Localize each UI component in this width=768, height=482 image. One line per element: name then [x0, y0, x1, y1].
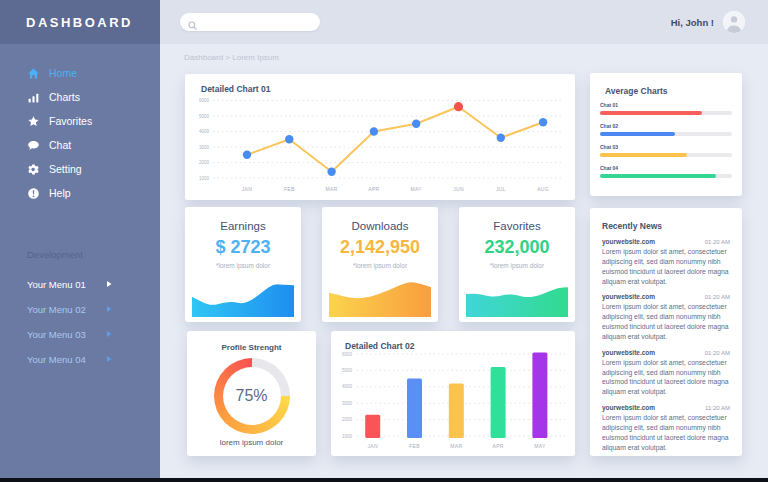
progress-fill	[600, 174, 716, 178]
donut-hole: 75%	[223, 367, 281, 425]
line-chart: 600050004000300020001000JANFEBMARAPRMAYJ…	[185, 74, 575, 200]
donut-chart: 75%	[214, 358, 290, 434]
svg-text:APR: APR	[493, 443, 504, 449]
svg-text:5000: 5000	[342, 368, 353, 373]
stat-card-earnings: Earnings$ 2723*lorem ipsum dolor	[185, 207, 301, 322]
search-box[interactable]	[180, 13, 320, 31]
progress-track	[600, 132, 732, 136]
progress-fill	[600, 111, 702, 115]
stat-note: *lorem ipsum dolor	[459, 262, 575, 269]
news-source: yourwebsite.com	[602, 404, 655, 411]
user-greeting: Hi, John !	[671, 17, 714, 28]
average-charts-title: Average Charts	[605, 86, 668, 96]
arrow-right-icon	[105, 330, 113, 338]
stat-note: *lorem ipsum dolor	[185, 262, 301, 269]
svg-text:1000: 1000	[342, 434, 353, 439]
star-icon	[27, 115, 40, 128]
recently-news-title: Recently News	[602, 221, 662, 231]
news-source: yourwebsite.com	[602, 349, 655, 356]
sidebar-item-favorites[interactable]: Favorites	[0, 109, 160, 133]
sidebar-dev-item-1[interactable]: Your Menu 01	[0, 272, 160, 297]
news-item[interactable]: yourwebsite.com01:20 AMLorem ipsum dolor…	[602, 349, 730, 397]
topbar: Hi, John !	[160, 0, 768, 44]
stat-title: Earnings	[185, 220, 301, 232]
news-item[interactable]: yourwebsite.com01:20 AMLorem ipsum dolor…	[602, 293, 730, 341]
average-bar-label: Chat 02	[600, 123, 732, 129]
sidebar-item-label: Help	[49, 187, 71, 199]
svg-text:4000: 4000	[342, 384, 353, 389]
sidebar-item-charts[interactable]: Charts	[0, 85, 160, 109]
svg-text:MAR: MAR	[450, 443, 462, 449]
average-bar-row: Chat 01	[600, 102, 732, 115]
svg-text:APR: APR	[368, 186, 379, 192]
stat-area-chart	[329, 275, 431, 317]
charts-icon	[27, 91, 40, 104]
breadcrumb[interactable]: Dashboard > Lorem Ipsum	[184, 53, 279, 62]
sidebar-item-label: Home	[49, 67, 77, 79]
news-source: yourwebsite.com	[602, 293, 655, 300]
stat-area-chart	[466, 275, 568, 317]
svg-text:JAN: JAN	[368, 443, 378, 449]
average-bar-row: Chat 02	[600, 123, 732, 136]
stat-title: Downloads	[322, 220, 438, 232]
svg-text:FEB: FEB	[284, 186, 295, 192]
progress-track	[600, 111, 732, 115]
search-input[interactable]	[202, 17, 319, 27]
average-bar-label: Chat 03	[600, 144, 732, 150]
sidebar-item-label: Chat	[49, 139, 71, 151]
screen-bottom-edge	[0, 478, 768, 482]
dev-item-label: Your Menu 04	[27, 354, 86, 365]
news-time: 01:20 AM	[705, 294, 730, 300]
stat-title: Favorites	[459, 220, 575, 232]
svg-text:2000: 2000	[199, 160, 210, 165]
stat-value: 232,000	[459, 237, 575, 258]
stat-note: *lorem ipsum dolor	[322, 262, 438, 269]
detailed-chart-02-card: Detailed Chart 02 6000500040003000200010…	[331, 331, 575, 456]
progress-fill	[600, 132, 675, 136]
gear-icon	[27, 163, 40, 176]
dev-item-label: Your Menu 02	[27, 304, 86, 315]
main-content: Dashboard > Lorem Ipsum Detailed Chart 0…	[160, 44, 768, 478]
sidebar-dev-menu: Your Menu 01Your Menu 02Your Menu 03Your…	[0, 272, 160, 372]
donut-percent: 75%	[235, 387, 267, 405]
sidebar-dev-item-2[interactable]: Your Menu 02	[0, 297, 160, 322]
progress-fill	[600, 153, 687, 157]
svg-text:FEB: FEB	[409, 443, 420, 449]
sidebar-menu: HomeChartsFavoritesChatSettingHelp	[0, 61, 160, 205]
sidebar-item-help[interactable]: Help	[0, 181, 160, 205]
news-item[interactable]: yourwebsite.com11:20 AMLorem ipsum dolor…	[602, 404, 730, 452]
detailed-chart-01-card: Detailed Chart 01 6000500040003000200010…	[185, 74, 575, 200]
svg-text:6000: 6000	[199, 98, 210, 103]
average-bar-row: Chat 03	[600, 144, 732, 157]
news-item[interactable]: yourwebsite.com01:20 AMLorem ipsum dolor…	[602, 238, 730, 286]
sidebar-header: DASHBOARD	[0, 0, 160, 44]
svg-text:6000: 6000	[342, 352, 353, 357]
stat-value: 2,142,950	[322, 237, 438, 258]
svg-text:JUN: JUN	[453, 186, 464, 192]
sidebar-dev-item-4[interactable]: Your Menu 04	[0, 347, 160, 372]
progress-track	[600, 174, 732, 178]
home-icon	[27, 67, 40, 80]
average-bar-row: Chat 04	[600, 165, 732, 178]
sidebar-item-home[interactable]: Home	[0, 61, 160, 85]
svg-text:3000: 3000	[199, 145, 210, 150]
stat-area-chart	[192, 275, 294, 317]
search-icon	[187, 17, 198, 28]
profile-strength-card: Profile Strenght 75% lorem ipsum dolor	[187, 331, 316, 456]
app-title: DASHBOARD	[26, 15, 133, 30]
sidebar-item-chat[interactable]: Chat	[0, 133, 160, 157]
sidebar-item-label: Favorites	[49, 115, 92, 127]
svg-text:1000: 1000	[199, 176, 210, 181]
average-charts-rows: Chat 01Chat 02Chat 03Chat 04	[600, 102, 732, 186]
sidebar-dev-item-3[interactable]: Your Menu 03	[0, 322, 160, 347]
sidebar-item-label: Charts	[49, 91, 80, 103]
svg-text:MAR: MAR	[326, 186, 338, 192]
news-body: Lorem ipsum dolor sit amet, consectetuer…	[602, 302, 730, 341]
average-charts-card: Average Charts Chat 01Chat 02Chat 03Chat…	[590, 73, 742, 196]
bar-chart: 600050004000300020001000JANFEBMARAPRMAY	[331, 331, 575, 456]
sidebar: DASHBOARD HomeChartsFavoritesChatSetting…	[0, 0, 160, 478]
news-time: 01:20 AM	[705, 239, 730, 245]
svg-text:JUL: JUL	[496, 186, 506, 192]
sidebar-item-setting[interactable]: Setting	[0, 157, 160, 181]
avatar[interactable]	[723, 11, 745, 33]
